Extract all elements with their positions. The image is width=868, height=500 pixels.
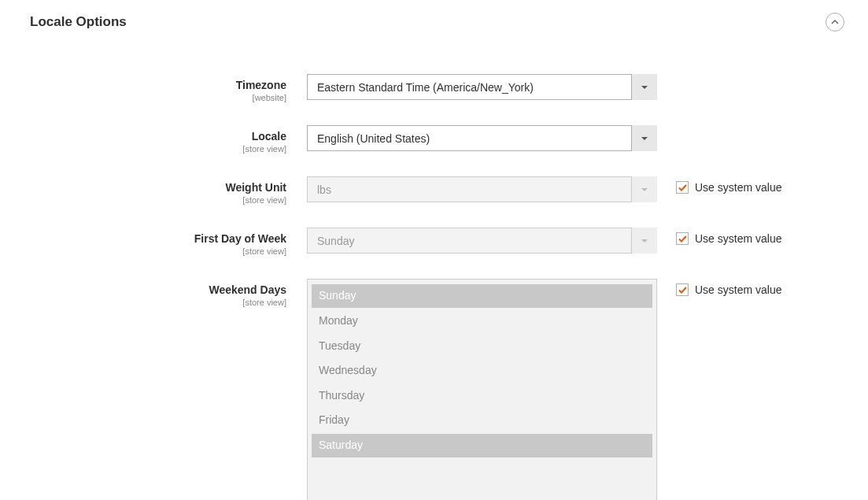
weekend-option-saturday: Saturday	[312, 434, 652, 457]
timezone-scope: [website]	[30, 92, 286, 103]
panel-header: Locale Options	[30, 13, 844, 31]
weight-unit-value: lbs	[307, 176, 657, 202]
row-timezone: Timezone [website] Eastern Standard Time…	[30, 74, 844, 103]
weekend-days-multiselect: Sunday Monday Tuesday Wednesday Thursday…	[307, 279, 657, 500]
locale-options-panel: Locale Options Timezone [website] Easter…	[0, 0, 868, 500]
weekend-option-tuesday: Tuesday	[312, 335, 652, 358]
first-day-use-system-label: Use system value	[695, 232, 781, 245]
weight-unit-use-system-label: Use system value	[695, 181, 781, 194]
weight-unit-scope: [store view]	[30, 194, 286, 206]
first-day-value: Sunday	[307, 228, 657, 254]
weight-unit-select: lbs	[307, 176, 657, 202]
first-day-use-system-checkbox[interactable]	[676, 232, 689, 245]
timezone-label: Timezone	[236, 79, 286, 91]
weekend-days-use-system-label: Use system value	[695, 283, 781, 296]
weekend-option-wednesday: Wednesday	[312, 359, 652, 383]
first-day-label: First Day of Week	[194, 232, 286, 245]
first-day-select: Sunday	[307, 228, 657, 254]
weekend-days-use-system-checkbox[interactable]	[676, 283, 689, 296]
weekend-days-scope: [store view]	[30, 297, 286, 308]
locale-select[interactable]: English (United States)	[307, 125, 657, 151]
locale-value: English (United States)	[307, 125, 657, 151]
locale-scope: [store view]	[30, 143, 286, 154]
checkmark-icon	[678, 235, 687, 243]
weekend-option-thursday: Thursday	[312, 384, 652, 408]
panel-title: Locale Options	[30, 14, 127, 30]
weight-unit-use-system-checkbox[interactable]	[676, 181, 689, 194]
weekend-option-monday: Monday	[312, 309, 652, 333]
first-day-scope: [store view]	[30, 246, 286, 257]
locale-label: Locale	[252, 130, 286, 143]
row-weekend-days: Weekend Days [store view] Sunday Monday …	[30, 279, 844, 500]
weekend-option-friday: Friday	[312, 409, 652, 432]
chevron-up-icon	[831, 18, 839, 26]
checkmark-icon	[678, 183, 687, 192]
weekend-days-label: Weekend Days	[209, 283, 286, 296]
collapse-button[interactable]	[826, 13, 844, 31]
timezone-select[interactable]: Eastern Standard Time (America/New_York)	[307, 74, 657, 100]
row-first-day: First Day of Week [store view] Sunday Us…	[30, 228, 844, 257]
timezone-value: Eastern Standard Time (America/New_York)	[307, 74, 657, 100]
row-locale: Locale [store view] English (United Stat…	[30, 125, 844, 154]
row-weight-unit: Weight Unit [store view] lbs Use system …	[30, 176, 844, 206]
checkmark-icon	[678, 286, 687, 294]
weight-unit-label: Weight Unit	[225, 181, 286, 194]
weekend-option-sunday: Sunday	[312, 284, 652, 308]
